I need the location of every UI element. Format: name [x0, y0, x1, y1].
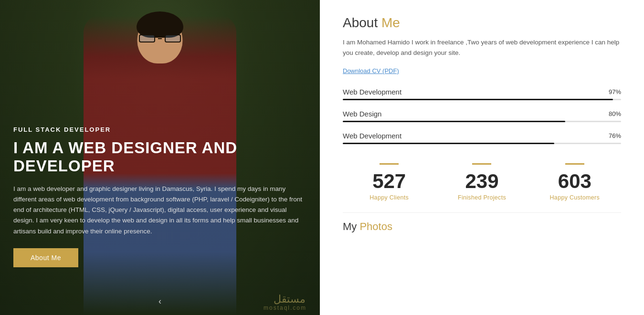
skill-row-2: Web Design 80% [343, 110, 621, 122]
skill-row-3: Web Development 76% [343, 132, 621, 144]
stat-finished-projects: 239 Finished Projects [435, 163, 528, 201]
skills-section: Web Development 97% Web Design 80% Web D… [343, 88, 621, 144]
stat-number-2: 239 [435, 171, 528, 191]
watermark-latin: mostaql.com [264, 304, 306, 311]
download-cv-link[interactable]: Download CV (PDF) [343, 67, 399, 74]
about-title: About Me [343, 15, 621, 31]
skill-pct-2: 80% [609, 110, 621, 117]
stat-label-3: Happy Customers [528, 194, 621, 201]
about-me-button[interactable]: About Me [13, 248, 78, 267]
stat-happy-customers: 603 Happy Customers [528, 163, 621, 201]
carousel-prev-arrow[interactable]: ‹ [158, 296, 161, 306]
skill-pct-3: 76% [609, 132, 621, 139]
skill-pct-1: 97% [609, 88, 621, 95]
skill-row-1: Web Development 97% [343, 88, 621, 100]
skill-name-1: Web Development [343, 88, 401, 96]
about-description: I am Mohamed Hamido I work in freelance … [343, 37, 621, 59]
skill-bar-fill-3 [343, 143, 554, 144]
watermark-arabic: مستقل [274, 293, 306, 305]
skill-bar-bg-3 [343, 143, 621, 144]
hero-subtitle: FULL STACK DEVELOPER [13, 126, 306, 133]
skill-name-3: Web Development [343, 132, 401, 140]
about-panel: About Me I am Mohamed Hamido I work in f… [320, 0, 644, 315]
photos-section: My Photos [343, 212, 621, 233]
hero-panel: FULL STACK DEVELOPER I AM A WEB DESIGNER… [0, 0, 320, 315]
stat-number-3: 603 [528, 171, 621, 191]
stat-label-2: Finished Projects [435, 194, 528, 201]
hero-description: I am a web developer and graphic designe… [13, 184, 306, 237]
stat-happy-clients: 527 Happy Clients [343, 163, 435, 201]
skill-bar-bg-2 [343, 121, 621, 122]
skill-bar-bg-1 [343, 99, 621, 100]
skill-bar-fill-2 [343, 121, 565, 122]
hero-content: FULL STACK DEVELOPER I AM A WEB DESIGNER… [13, 126, 306, 267]
person-glasses [139, 34, 181, 43]
skill-name-2: Web Design [343, 110, 381, 118]
stats-section: 527 Happy Clients 239 Finished Projects … [343, 158, 621, 201]
stat-label-1: Happy Clients [343, 194, 435, 201]
stat-number-1: 527 [343, 171, 435, 191]
hero-heading: I AM A WEB DESIGNER AND DEVELOPER [13, 139, 306, 175]
skill-bar-fill-1 [343, 99, 613, 100]
photos-title: My Photos [343, 220, 621, 233]
